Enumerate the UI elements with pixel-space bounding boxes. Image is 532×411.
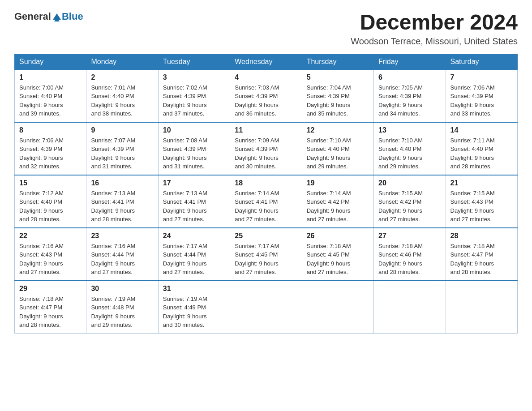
svg-marker-1 xyxy=(54,20,60,21)
day-info: Sunrise: 7:04 AMSunset: 4:39 PMDaylight:… xyxy=(307,83,369,118)
table-row xyxy=(446,281,517,334)
logo-icon xyxy=(52,12,62,21)
day-number: 9 xyxy=(91,126,153,134)
table-row: 7Sunrise: 7:06 AMSunset: 4:39 PMDaylight… xyxy=(446,69,517,122)
table-row: 22Sunrise: 7:16 AMSunset: 4:43 PMDayligh… xyxy=(15,228,86,281)
table-row: 26Sunrise: 7:18 AMSunset: 4:45 PMDayligh… xyxy=(302,228,373,281)
calendar-week-row: 8Sunrise: 7:06 AMSunset: 4:39 PMDaylight… xyxy=(15,122,518,175)
table-row: 14Sunrise: 7:11 AMSunset: 4:40 PMDayligh… xyxy=(446,122,517,175)
table-row: 8Sunrise: 7:06 AMSunset: 4:39 PMDaylight… xyxy=(15,122,86,175)
table-row: 3Sunrise: 7:02 AMSunset: 4:39 PMDaylight… xyxy=(158,69,230,122)
location-subtitle: Woodson Terrace, Missouri, United States xyxy=(351,36,518,47)
calendar-week-row: 1Sunrise: 7:00 AMSunset: 4:40 PMDaylight… xyxy=(15,69,518,122)
table-row: 6Sunrise: 7:05 AMSunset: 4:39 PMDaylight… xyxy=(374,69,446,122)
table-row: 1Sunrise: 7:00 AMSunset: 4:40 PMDaylight… xyxy=(15,69,86,122)
table-row: 21Sunrise: 7:15 AMSunset: 4:43 PMDayligh… xyxy=(446,175,517,228)
day-number: 11 xyxy=(235,126,297,134)
day-number: 21 xyxy=(450,179,513,187)
table-row: 19Sunrise: 7:14 AMSunset: 4:42 PMDayligh… xyxy=(302,175,373,228)
table-row xyxy=(230,281,302,334)
calendar-week-row: 29Sunrise: 7:18 AMSunset: 4:47 PMDayligh… xyxy=(15,281,518,334)
day-number: 12 xyxy=(307,126,369,134)
day-number: 29 xyxy=(19,285,82,293)
table-row: 2Sunrise: 7:01 AMSunset: 4:40 PMDaylight… xyxy=(86,69,158,122)
day-number: 16 xyxy=(91,179,153,187)
table-row: 12Sunrise: 7:10 AMSunset: 4:40 PMDayligh… xyxy=(302,122,373,175)
day-info: Sunrise: 7:13 AMSunset: 4:41 PMDaylight:… xyxy=(163,189,225,224)
svg-marker-0 xyxy=(53,13,61,20)
day-info: Sunrise: 7:00 AMSunset: 4:40 PMDaylight:… xyxy=(19,83,82,118)
day-info: Sunrise: 7:10 AMSunset: 4:40 PMDaylight:… xyxy=(307,136,369,171)
day-info: Sunrise: 7:17 AMSunset: 4:45 PMDaylight:… xyxy=(235,242,297,277)
day-number: 27 xyxy=(378,232,441,240)
table-row: 25Sunrise: 7:17 AMSunset: 4:45 PMDayligh… xyxy=(230,228,302,281)
day-number: 17 xyxy=(163,179,225,187)
weekday-header-saturday: Saturday xyxy=(446,54,517,69)
weekday-header-tuesday: Tuesday xyxy=(158,54,230,69)
day-number: 13 xyxy=(378,126,441,134)
table-row: 20Sunrise: 7:15 AMSunset: 4:42 PMDayligh… xyxy=(374,175,446,228)
table-row: 18Sunrise: 7:14 AMSunset: 4:41 PMDayligh… xyxy=(230,175,302,228)
day-info: Sunrise: 7:15 AMSunset: 4:43 PMDaylight:… xyxy=(450,189,513,224)
day-info: Sunrise: 7:16 AMSunset: 4:44 PMDaylight:… xyxy=(91,242,153,277)
day-number: 26 xyxy=(307,232,369,240)
weekday-header-friday: Friday xyxy=(374,54,446,69)
day-number: 23 xyxy=(91,232,153,240)
day-number: 22 xyxy=(19,232,82,240)
day-number: 3 xyxy=(163,73,225,81)
day-number: 28 xyxy=(450,232,513,240)
logo-general-text: General xyxy=(14,11,51,22)
day-info: Sunrise: 7:07 AMSunset: 4:39 PMDaylight:… xyxy=(91,136,153,171)
day-number: 4 xyxy=(235,73,297,81)
day-number: 30 xyxy=(91,285,153,293)
day-info: Sunrise: 7:02 AMSunset: 4:39 PMDaylight:… xyxy=(163,83,225,118)
day-info: Sunrise: 7:15 AMSunset: 4:42 PMDaylight:… xyxy=(378,189,441,224)
calendar-table: SundayMondayTuesdayWednesdayThursdayFrid… xyxy=(14,54,518,334)
table-row: 11Sunrise: 7:09 AMSunset: 4:39 PMDayligh… xyxy=(230,122,302,175)
day-info: Sunrise: 7:17 AMSunset: 4:44 PMDaylight:… xyxy=(163,242,225,277)
table-row: 28Sunrise: 7:18 AMSunset: 4:47 PMDayligh… xyxy=(446,228,517,281)
day-number: 7 xyxy=(450,73,513,81)
weekday-header-row: SundayMondayTuesdayWednesdayThursdayFrid… xyxy=(15,54,518,69)
day-number: 25 xyxy=(235,232,297,240)
day-info: Sunrise: 7:16 AMSunset: 4:43 PMDaylight:… xyxy=(19,242,82,277)
day-number: 14 xyxy=(450,126,513,134)
weekday-header-monday: Monday xyxy=(86,54,158,69)
day-info: Sunrise: 7:18 AMSunset: 4:45 PMDaylight:… xyxy=(307,242,369,277)
day-info: Sunrise: 7:01 AMSunset: 4:40 PMDaylight:… xyxy=(91,83,153,118)
day-number: 20 xyxy=(378,179,441,187)
day-number: 1 xyxy=(19,73,82,81)
day-info: Sunrise: 7:14 AMSunset: 4:42 PMDaylight:… xyxy=(307,189,369,224)
table-row: 24Sunrise: 7:17 AMSunset: 4:44 PMDayligh… xyxy=(158,228,230,281)
weekday-header-sunday: Sunday xyxy=(15,54,86,69)
page-header: General Blue December 2024 Woodson Terra… xyxy=(14,11,518,47)
table-row: 23Sunrise: 7:16 AMSunset: 4:44 PMDayligh… xyxy=(86,228,158,281)
calendar-week-row: 22Sunrise: 7:16 AMSunset: 4:43 PMDayligh… xyxy=(15,228,518,281)
day-number: 8 xyxy=(19,126,82,134)
table-row: 29Sunrise: 7:18 AMSunset: 4:47 PMDayligh… xyxy=(15,281,86,334)
day-info: Sunrise: 7:19 AMSunset: 4:48 PMDaylight:… xyxy=(91,295,153,330)
table-row: 4Sunrise: 7:03 AMSunset: 4:39 PMDaylight… xyxy=(230,69,302,122)
table-row: 10Sunrise: 7:08 AMSunset: 4:39 PMDayligh… xyxy=(158,122,230,175)
table-row: 17Sunrise: 7:13 AMSunset: 4:41 PMDayligh… xyxy=(158,175,230,228)
table-row: 30Sunrise: 7:19 AMSunset: 4:48 PMDayligh… xyxy=(86,281,158,334)
table-row: 5Sunrise: 7:04 AMSunset: 4:39 PMDaylight… xyxy=(302,69,373,122)
day-info: Sunrise: 7:09 AMSunset: 4:39 PMDaylight:… xyxy=(235,136,297,171)
table-row xyxy=(374,281,446,334)
table-row: 9Sunrise: 7:07 AMSunset: 4:39 PMDaylight… xyxy=(86,122,158,175)
logo: General Blue xyxy=(14,11,83,22)
day-number: 18 xyxy=(235,179,297,187)
day-info: Sunrise: 7:18 AMSunset: 4:47 PMDaylight:… xyxy=(450,242,513,277)
day-info: Sunrise: 7:05 AMSunset: 4:39 PMDaylight:… xyxy=(378,83,441,118)
day-number: 5 xyxy=(307,73,369,81)
day-number: 19 xyxy=(307,179,369,187)
calendar-week-row: 15Sunrise: 7:12 AMSunset: 4:40 PMDayligh… xyxy=(15,175,518,228)
table-row: 31Sunrise: 7:19 AMSunset: 4:49 PMDayligh… xyxy=(158,281,230,334)
table-row xyxy=(302,281,373,334)
day-info: Sunrise: 7:14 AMSunset: 4:41 PMDaylight:… xyxy=(235,189,297,224)
day-number: 2 xyxy=(91,73,153,81)
day-number: 24 xyxy=(163,232,225,240)
day-number: 10 xyxy=(163,126,225,134)
title-block: December 2024 Woodson Terrace, Missouri,… xyxy=(351,11,518,47)
month-title: December 2024 xyxy=(351,11,518,34)
